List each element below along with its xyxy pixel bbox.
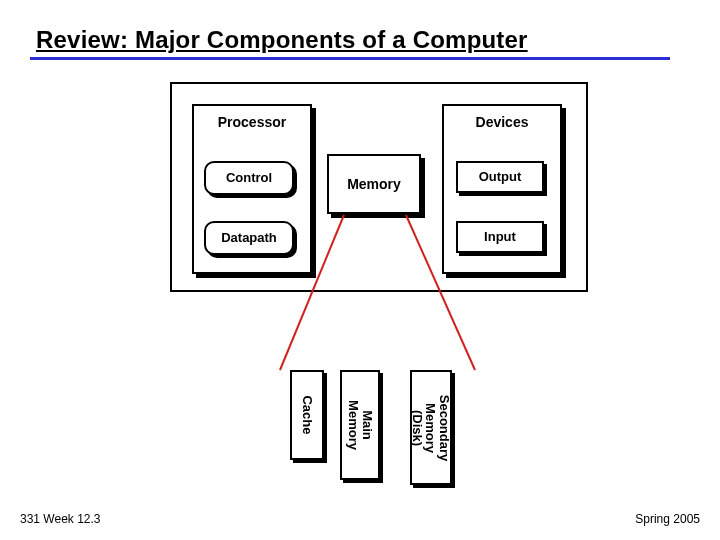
slide-title: Review: Major Components of a Computer (36, 26, 528, 54)
processor-label: Processor (194, 114, 310, 130)
memory-box: Memory (327, 154, 421, 214)
main-memory-line2: Memory (346, 400, 361, 450)
output-box: Output (456, 161, 544, 193)
secondary-memory-tier-box: Secondary Memory (Disk) (410, 370, 452, 485)
secondary-line1: Secondary (437, 394, 452, 460)
footer-left: 331 Week 12.3 (20, 512, 101, 526)
datapath-box: Datapath (204, 221, 294, 255)
secondary-line3: (Disk) (410, 409, 425, 445)
devices-label: Devices (444, 114, 560, 130)
footer-right: Spring 2005 (635, 512, 700, 526)
control-box: Control (204, 161, 294, 195)
secondary-line2: Memory (424, 403, 439, 453)
main-memory-line1: Main (360, 410, 375, 440)
main-memory-label: Main Memory (346, 400, 373, 450)
diagram-outer-box: Processor Control Datapath Memory Device… (170, 82, 588, 292)
cache-tier-box: Cache (290, 370, 324, 460)
title-underline (30, 57, 670, 60)
secondary-memory-label: Secondary Memory (Disk) (411, 394, 452, 460)
devices-box: Devices Output Input (442, 104, 562, 274)
main-memory-tier-box: Main Memory (340, 370, 380, 480)
processor-box: Processor Control Datapath (192, 104, 312, 274)
input-box: Input (456, 221, 544, 253)
cache-label: Cache (300, 395, 314, 434)
